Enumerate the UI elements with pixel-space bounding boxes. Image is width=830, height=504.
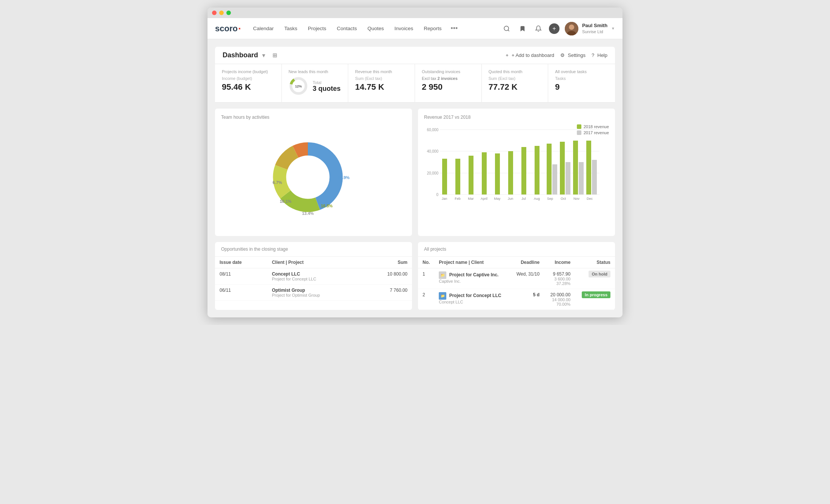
svg-text:Mar: Mar	[468, 197, 474, 201]
svg-text:Oct: Oct	[561, 197, 566, 201]
table-row: 06/11 Optimist Group Project for Optimis…	[215, 285, 412, 301]
svg-rect-38	[482, 152, 487, 195]
col-deadline: Deadline	[510, 257, 544, 268]
dashboard-dropdown-icon[interactable]: ▼	[261, 52, 266, 58]
svg-rect-48	[547, 144, 552, 195]
svg-text:Sep: Sep	[547, 197, 553, 201]
dashboard-actions: ++ Add to dashboard ⚙Settings ?Help	[506, 52, 607, 58]
svg-text:May: May	[494, 197, 501, 201]
add-to-dashboard-button[interactable]: ++ Add to dashboard	[506, 52, 554, 58]
minimize-button[interactable]	[219, 11, 224, 15]
nav-tasks[interactable]: Tasks	[280, 23, 302, 34]
svg-rect-32	[442, 159, 447, 195]
kpi-new-leads: New leads this month 12% Total 3 quotes	[282, 64, 349, 102]
filter-icon[interactable]: ⊞	[272, 52, 277, 59]
svg-rect-40	[495, 153, 500, 195]
dashboard-title: Dashboard ▼ ⊞	[223, 51, 277, 59]
proj-name-1: 📁 Project for Captive Inc. Captive Inc.	[434, 268, 510, 289]
kpi-outstanding: Outstanding invoices Excl tax 2 invoices…	[415, 64, 482, 102]
add-icon[interactable]: +	[549, 23, 559, 34]
project-icon-2: 📁	[439, 292, 446, 300]
svg-line-1	[508, 30, 509, 31]
proj-data-table: No. Project name | Client Deadline Incom…	[418, 257, 615, 310]
svg-text:Jul: Jul	[521, 197, 526, 201]
svg-text:6.7%: 6.7%	[272, 180, 282, 185]
opp-sum-1: 10 800.00	[363, 268, 412, 285]
svg-text:40,000: 40,000	[427, 149, 438, 153]
svg-text:Jan: Jan	[442, 197, 447, 201]
svg-text:Nov: Nov	[573, 197, 580, 201]
col-status: Status	[575, 257, 615, 268]
svg-point-3	[569, 25, 574, 30]
revenue-chart: Revenue 2017 vs 2018 2018 revenue 2017 r…	[418, 109, 615, 236]
opp-data-table: Issue date Client | Project Sum 08/11 Co…	[215, 257, 412, 301]
nav-contacts[interactable]: Contacts	[332, 23, 361, 34]
nav-calendar[interactable]: Calendar	[249, 23, 278, 34]
leads-donut: 12%	[289, 76, 308, 97]
svg-text:April: April	[481, 197, 487, 201]
opp-client-2: Optimist Group Project for Optimist Grou…	[267, 285, 363, 301]
col-no: No.	[418, 257, 434, 268]
notifications-icon[interactable]	[533, 23, 544, 34]
svg-point-0	[504, 26, 509, 31]
proj-status-2: In progress	[575, 289, 615, 310]
kpi-row: Projects income (budget) Income (budget)…	[215, 64, 615, 103]
proj-deadline-2: 5 d	[510, 289, 544, 310]
kpi-projects-income: Projects income (budget) Income (budget)…	[215, 64, 282, 102]
user-name: Paul Smith	[582, 23, 607, 29]
svg-rect-55	[579, 162, 584, 195]
user-menu[interactable]: Paul Smith Sunrise Ltd ▼	[565, 22, 615, 35]
opp-date-2: 06/11	[215, 285, 267, 301]
table-row: 2 📁 Project for Concept LLC Concept LLC …	[418, 289, 615, 310]
proj-deadline-1: Wed, 31/10	[510, 268, 544, 289]
search-icon[interactable]	[501, 23, 512, 34]
svg-text:12%: 12%	[295, 84, 302, 88]
settings-button[interactable]: ⚙Settings	[560, 52, 586, 58]
kpi-overdue-tasks: All overdue tasks Tasks 9	[548, 64, 615, 102]
table-row: 1 📁 Project for Captive Inc. Captive Inc…	[418, 268, 615, 289]
kpi-quoted: Quoted this month Sum (Excl tax) 77.72 K	[482, 64, 549, 102]
team-hours-chart: Team hours by activities	[215, 109, 412, 236]
project-icon-1: 📁	[439, 271, 446, 279]
nav-invoices[interactable]: Invoices	[390, 23, 418, 34]
col-sum: Sum	[363, 257, 412, 268]
logo[interactable]: scoro·	[215, 23, 241, 34]
nav-reports[interactable]: Reports	[419, 23, 446, 34]
svg-rect-46	[535, 146, 540, 195]
navbar: scoro· Calendar Tasks Projects Contacts …	[208, 18, 622, 39]
svg-text:Dec: Dec	[587, 197, 593, 201]
chart-legend: 2018 revenue 2017 revenue	[577, 124, 609, 135]
svg-text:Jun: Jun	[508, 197, 513, 201]
kpi-revenue: Revenue this month Sum (Excl tax) 14.75 …	[348, 64, 415, 102]
svg-text:16.8%: 16.8%	[321, 204, 332, 208]
close-button[interactable]	[212, 11, 217, 15]
svg-text:60,000: 60,000	[427, 128, 438, 132]
title-bar	[208, 8, 622, 18]
proj-no-1: 1	[418, 268, 434, 289]
nav-quotes[interactable]: Quotes	[363, 23, 389, 34]
help-button[interactable]: ?Help	[592, 52, 607, 58]
nav-more[interactable]: •••	[447, 23, 461, 34]
svg-rect-36	[469, 156, 473, 195]
maximize-button[interactable]	[226, 11, 231, 15]
col-client-project: Client | Project	[267, 257, 363, 268]
bookmark-icon[interactable]	[517, 23, 528, 34]
svg-rect-51	[560, 142, 565, 195]
user-info: Paul Smith Sunrise Ltd	[582, 23, 607, 34]
proj-income-1: 9 657.90 3 600.00 37.28%	[544, 268, 575, 289]
svg-rect-54	[573, 141, 578, 195]
proj-no-2: 2	[418, 289, 434, 310]
svg-rect-58	[592, 160, 597, 195]
svg-text:20,000: 20,000	[427, 171, 438, 175]
projects-table: All projects No. Project name | Client D…	[418, 242, 615, 310]
nav-projects[interactable]: Projects	[303, 23, 331, 34]
charts-row: Team hours by activities	[215, 109, 615, 236]
svg-rect-42	[508, 151, 513, 195]
opp-client-1: Concept LLC Project for Concept LLC	[267, 268, 363, 285]
app-window: scoro· Calendar Tasks Projects Contacts …	[208, 8, 622, 317]
svg-rect-52	[566, 162, 570, 195]
nav-icons: +	[501, 23, 559, 34]
tables-row: Opportunities in the closing stage Issue…	[215, 242, 615, 310]
proj-status-1: On hold	[575, 268, 615, 289]
svg-text:Aug: Aug	[534, 197, 540, 201]
